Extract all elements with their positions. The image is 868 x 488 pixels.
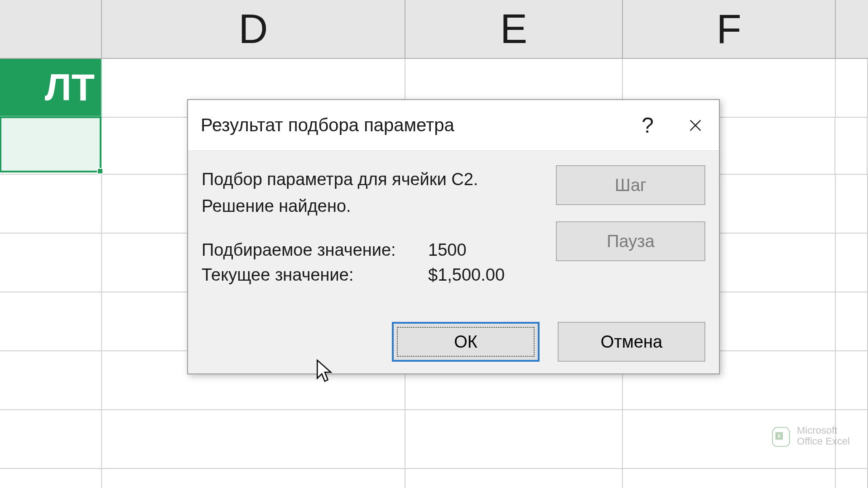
cell-g3[interactable] <box>836 175 868 233</box>
target-value-row: Подбираемое значение: 1500 <box>202 240 556 260</box>
column-header-c[interactable] <box>0 0 102 58</box>
cell-g8[interactable] <box>836 469 868 488</box>
cell-e7[interactable] <box>405 410 623 468</box>
cell-c2-selected[interactable] <box>0 116 101 172</box>
column-headers-row: D E F <box>0 0 868 59</box>
dialog-titlebar[interactable]: Результат подбора параметра ? <box>188 100 719 151</box>
cell-g2[interactable] <box>835 118 868 174</box>
cell-c3[interactable] <box>0 175 102 233</box>
cell-d7[interactable] <box>102 410 405 468</box>
cell-g6[interactable] <box>836 351 868 409</box>
current-value-row: Текущее значение: $1,500.00 <box>202 265 556 285</box>
status-line-2: Решение найдено. <box>202 194 556 219</box>
cell-g1[interactable] <box>836 59 868 117</box>
help-icon: ? <box>641 113 654 138</box>
step-button: Шаг <box>556 165 705 205</box>
cell-c1[interactable]: ЛТ <box>0 59 102 117</box>
current-value: $1,500.00 <box>428 265 505 285</box>
cell-c6[interactable] <box>0 351 102 409</box>
watermark-line1: Microsoft <box>797 425 850 436</box>
cell-g5[interactable] <box>836 292 868 350</box>
svg-text:X: X <box>777 433 781 439</box>
cancel-button[interactable]: Отмена <box>558 322 705 362</box>
column-header-e[interactable]: E <box>405 0 623 58</box>
row-7 <box>0 410 868 469</box>
column-header-f[interactable]: F <box>623 0 836 58</box>
cell-c5[interactable] <box>0 292 102 350</box>
watermark: X Microsoft Office Excel <box>770 425 850 447</box>
dialog-title: Результат подбора параметра <box>201 115 624 135</box>
ok-button[interactable]: ОК <box>392 322 540 362</box>
pause-button: Пауза <box>556 221 705 261</box>
row-8 <box>0 469 868 488</box>
ok-button-label: ОК <box>397 327 535 357</box>
target-value: 1500 <box>428 240 467 260</box>
help-button[interactable]: ? <box>624 100 671 150</box>
column-header-g[interactable] <box>836 0 868 58</box>
cell-e8[interactable] <box>405 469 623 488</box>
close-icon <box>688 118 703 133</box>
column-header-d[interactable]: D <box>102 0 405 58</box>
excel-icon: X <box>770 425 792 447</box>
cell-g4[interactable] <box>836 234 868 292</box>
fill-handle[interactable] <box>97 168 103 174</box>
values-block: Подбираемое значение: 1500 Текущее значе… <box>202 240 556 285</box>
close-button[interactable] <box>671 100 719 150</box>
cell-c4[interactable] <box>0 234 102 292</box>
target-value-label: Подбираемое значение: <box>202 240 428 260</box>
watermark-text: Microsoft Office Excel <box>797 425 850 447</box>
cell-c7[interactable] <box>0 410 102 468</box>
cell-d8[interactable] <box>102 469 405 488</box>
goal-seek-result-dialog: Результат подбора параметра ? Подбор пар… <box>187 99 720 374</box>
dialog-footer: ОК Отмена <box>392 322 705 362</box>
watermark-line2: Office Excel <box>797 436 850 447</box>
current-value-label: Текущее значение: <box>202 265 428 285</box>
cell-f8[interactable] <box>623 469 836 488</box>
cell-c8[interactable] <box>0 469 102 488</box>
status-line-1: Подбор параметра для ячейки C2. <box>202 167 556 192</box>
